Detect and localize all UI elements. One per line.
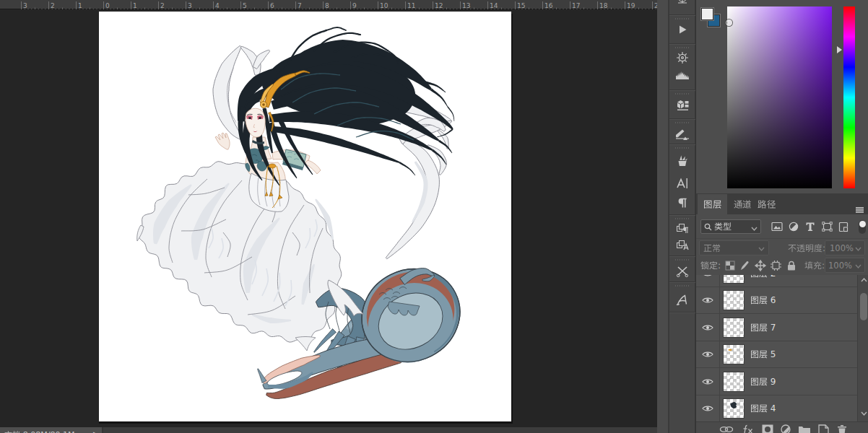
new-group-icon[interactable] — [798, 423, 811, 433]
layer-name[interactable]: 7 — [750, 314, 776, 341]
adjustment-layer-icon[interactable] — [779, 423, 792, 433]
link-layers-icon[interactable] — [720, 423, 733, 433]
layer-name[interactable]: 6 — [750, 287, 776, 315]
svg-text:2: 2 — [160, 2, 165, 9]
color-picker-marker[interactable] — [726, 19, 732, 26]
paragraph-panel-icon[interactable] — [675, 196, 690, 210]
text-run: 5 — [768, 349, 776, 359]
layer-visibility-toggle[interactable] — [696, 341, 720, 369]
document-area: 32101234567891011121314151617181920 — [0, 0, 657, 433]
layer-name[interactable]: 9 — [750, 368, 776, 395]
filter-pixel-layers-icon[interactable] — [771, 220, 784, 233]
layer-visibility-toggle[interactable] — [696, 287, 720, 315]
saturation-brightness-field[interactable] — [727, 6, 832, 188]
dock-drag-handle[interactable] — [675, 285, 690, 287]
svg-text:1: 1 — [133, 2, 137, 9]
document-canvas[interactable] — [99, 12, 511, 421]
fill-select[interactable]: 100% — [825, 258, 865, 273]
panel-menu-icon[interactable] — [856, 202, 864, 208]
chevron-down-icon — [758, 243, 765, 253]
svg-text:7: 7 — [298, 2, 302, 9]
layer-row[interactable]: 5 — [696, 341, 868, 369]
svg-text:0: 0 — [105, 2, 110, 9]
layer-row[interactable]: 2 — [696, 275, 868, 287]
dock-drag-handle[interactable] — [675, 93, 690, 95]
filter-type-layers-icon[interactable] — [804, 220, 817, 233]
filter-shape-layers-icon[interactable] — [820, 220, 833, 233]
filter-adjustment-layers-icon[interactable] — [787, 220, 800, 233]
navigator-wheel-icon[interactable] — [675, 51, 690, 65]
clone-source-icon[interactable] — [675, 0, 690, 10]
status-chevron-icon[interactable]: ▸ — [93, 429, 97, 433]
layer-filter-toggle[interactable] — [859, 220, 866, 234]
glyphs-panel-icon[interactable] — [675, 292, 690, 307]
filter-type-select[interactable] — [700, 219, 761, 234]
layer-row[interactable]: 9 — [696, 368, 868, 395]
tab-layers[interactable] — [698, 194, 727, 214]
lock-artboard-icon[interactable] — [771, 261, 781, 271]
layer-thumbnail[interactable] — [723, 275, 745, 284]
layer-row[interactable]: 7 — [696, 314, 868, 341]
svg-text:11: 11 — [407, 2, 415, 9]
blend-mode-select[interactable] — [699, 240, 769, 255]
lock-all-icon[interactable] — [786, 261, 797, 271]
svg-text:14: 14 — [490, 2, 498, 9]
brush-settings-icon[interactable] — [675, 127, 690, 141]
layer-thumbnail[interactable] — [723, 372, 745, 392]
tab-paths[interactable] — [754, 194, 779, 214]
layer-mask-icon[interactable] — [761, 423, 774, 433]
scrollbar-thumb[interactable] — [860, 293, 867, 320]
dock-drag-handle[interactable] — [675, 122, 690, 123]
dock-drag-handle[interactable] — [675, 18, 690, 19]
new-layer-icon[interactable] — [817, 423, 830, 433]
layer-thumbnail[interactable] — [723, 344, 745, 364]
lock-transparency-icon[interactable] — [725, 261, 735, 271]
text-run: : — [718, 261, 721, 271]
opacity-label: : — [788, 243, 825, 253]
tool-presets-icon[interactable] — [675, 154, 690, 168]
hue-slider-arrow[interactable] — [837, 46, 842, 53]
lock-pixels-icon[interactable] — [740, 261, 750, 271]
dock-drag-handle[interactable] — [675, 218, 690, 219]
histogram-icon[interactable] — [675, 68, 690, 82]
dock-drag-handle[interactable] — [675, 47, 690, 48]
hue-slider[interactable] — [843, 6, 855, 188]
layer-thumbnail[interactable] — [723, 318, 745, 338]
tab-channels[interactable] — [729, 194, 756, 214]
lock-position-icon[interactable] — [755, 261, 765, 271]
dock-drag-handle[interactable] — [675, 259, 690, 261]
scroll-down-icon[interactable] — [860, 411, 867, 416]
layer-name[interactable]: 5 — [750, 341, 776, 369]
blend-mode-row: : 100% — [696, 239, 868, 257]
layer-name[interactable]: 4 — [750, 395, 776, 422]
dock-drag-handle[interactable] — [675, 147, 690, 149]
delete-layer-icon[interactable] — [836, 423, 849, 433]
actions-play-icon[interactable] — [675, 22, 690, 37]
layer-list-scrollbar[interactable] — [857, 275, 868, 421]
layer-visibility-toggle[interactable] — [696, 275, 720, 287]
dock-divider[interactable] — [657, 0, 668, 433]
layer-thumbnail[interactable] — [723, 290, 745, 310]
layers-panel: : 100% : : 100% — [696, 194, 868, 433]
foreground-color-swatch[interactable] — [701, 8, 713, 20]
opacity-select[interactable]: 100% — [825, 240, 865, 255]
layer-visibility-toggle[interactable] — [696, 395, 720, 422]
layer-visibility-toggle[interactable] — [696, 314, 720, 341]
layer-visibility-toggle[interactable] — [696, 368, 720, 395]
filter-smart-objects-icon[interactable] — [837, 220, 850, 233]
layer-row[interactable]: 4 — [696, 395, 868, 422]
character-styles-icon[interactable] — [675, 237, 690, 252]
layer-row[interactable]: 6 — [696, 287, 868, 315]
pasteboard[interactable] — [0, 9, 657, 427]
layer-thumbnail[interactable] — [723, 398, 745, 419]
layer-name[interactable]: 2 — [750, 275, 776, 287]
character-panel-icon[interactable] — [675, 176, 690, 191]
paragraph-styles-icon[interactable] — [675, 221, 690, 235]
layer-style-fx-icon[interactable] — [742, 423, 755, 433]
status-doc-size[interactable]: :8.08M/80.1M ▸ — [0, 427, 103, 433]
tools-icon[interactable] — [675, 264, 690, 279]
scroll-up-icon[interactable] — [860, 277, 867, 283]
layers-panel-body: : 100% : : 100% — [696, 214, 868, 433]
horizontal-ruler[interactable]: 32101234567891011121314151617181920 — [0, 0, 657, 9]
3d-scene-icon[interactable] — [675, 97, 690, 112]
